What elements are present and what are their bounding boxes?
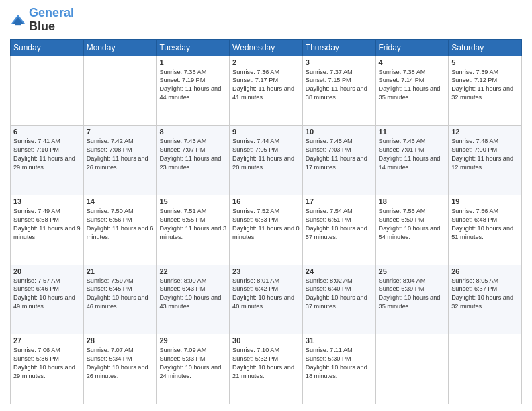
calendar-cell: 19Sunrise: 7:56 AM Sunset: 6:48 PM Dayli… — [449, 195, 522, 265]
day-info: Sunrise: 7:39 AM Sunset: 7:12 PM Dayligh… — [451, 68, 519, 103]
calendar-cell: 10Sunrise: 7:45 AM Sunset: 7:03 PM Dayli… — [302, 126, 375, 195]
calendar-cell — [449, 334, 522, 404]
day-number: 1 — [159, 58, 226, 66]
day-number: 19 — [451, 197, 519, 205]
calendar-cell — [11, 56, 84, 126]
calendar-cell: 14Sunrise: 7:50 AM Sunset: 6:56 PM Dayli… — [83, 195, 157, 265]
calendar-cell: 15Sunrise: 7:51 AM Sunset: 6:55 PM Dayli… — [157, 195, 230, 265]
day-info: Sunrise: 7:44 AM Sunset: 7:05 PM Dayligh… — [232, 137, 300, 172]
day-info: Sunrise: 7:36 AM Sunset: 7:17 PM Dayligh… — [232, 68, 300, 103]
day-number: 8 — [159, 128, 226, 136]
day-number: 6 — [13, 128, 81, 136]
day-number: 30 — [232, 336, 300, 345]
day-info: Sunrise: 8:04 AM Sunset: 6:39 PM Dayligh… — [379, 277, 446, 312]
calendar-week-row: 13Sunrise: 7:49 AM Sunset: 6:58 PM Dayli… — [11, 195, 522, 265]
calendar-cell: 4Sunrise: 7:38 AM Sunset: 7:14 PM Daylig… — [375, 56, 449, 126]
day-info: Sunrise: 7:49 AM Sunset: 6:58 PM Dayligh… — [13, 207, 81, 242]
calendar-cell — [83, 56, 157, 126]
calendar-cell: 13Sunrise: 7:49 AM Sunset: 6:58 PM Dayli… — [11, 195, 84, 265]
day-number: 29 — [159, 336, 226, 345]
weekday-header: Friday — [375, 39, 449, 56]
day-info: Sunrise: 7:48 AM Sunset: 7:00 PM Dayligh… — [451, 137, 519, 172]
day-number: 7 — [87, 128, 154, 136]
day-info: Sunrise: 7:07 AM Sunset: 5:34 PM Dayligh… — [87, 346, 154, 381]
day-number: 13 — [13, 197, 81, 205]
calendar-cell — [375, 334, 449, 404]
weekday-header: Sunday — [11, 39, 84, 56]
logo-icon — [10, 12, 26, 28]
day-info: Sunrise: 7:10 AM Sunset: 5:32 PM Dayligh… — [232, 346, 300, 381]
calendar-header-row: SundayMondayTuesdayWednesdayThursdayFrid… — [11, 39, 522, 56]
day-number: 21 — [87, 267, 154, 275]
day-number: 12 — [451, 128, 519, 136]
calendar-week-row: 27Sunrise: 7:06 AM Sunset: 5:36 PM Dayli… — [11, 334, 522, 404]
calendar-cell: 3Sunrise: 7:37 AM Sunset: 7:15 PM Daylig… — [302, 56, 375, 126]
calendar-cell: 12Sunrise: 7:48 AM Sunset: 7:00 PM Dayli… — [449, 126, 522, 195]
weekday-header: Thursday — [302, 39, 375, 56]
calendar-cell: 24Sunrise: 8:02 AM Sunset: 6:40 PM Dayli… — [302, 265, 375, 334]
calendar-cell: 27Sunrise: 7:06 AM Sunset: 5:36 PM Dayli… — [11, 334, 84, 404]
calendar-cell: 16Sunrise: 7:52 AM Sunset: 6:53 PM Dayli… — [230, 195, 303, 265]
weekday-header: Wednesday — [230, 39, 303, 56]
day-number: 27 — [13, 336, 81, 345]
calendar-cell: 6Sunrise: 7:41 AM Sunset: 7:10 PM Daylig… — [11, 126, 84, 195]
calendar-cell: 25Sunrise: 8:04 AM Sunset: 6:39 PM Dayli… — [375, 265, 449, 334]
day-info: Sunrise: 7:54 AM Sunset: 6:51 PM Dayligh… — [306, 207, 373, 242]
day-number: 22 — [159, 267, 226, 275]
day-number: 11 — [379, 128, 446, 136]
day-info: Sunrise: 7:06 AM Sunset: 5:36 PM Dayligh… — [13, 346, 81, 381]
logo-text: General Blue — [29, 7, 74, 34]
day-info: Sunrise: 7:45 AM Sunset: 7:03 PM Dayligh… — [306, 137, 373, 172]
day-info: Sunrise: 7:09 AM Sunset: 5:33 PM Dayligh… — [159, 346, 226, 381]
calendar-week-row: 1Sunrise: 7:35 AM Sunset: 7:19 PM Daylig… — [11, 56, 522, 126]
calendar-cell: 20Sunrise: 7:57 AM Sunset: 6:46 PM Dayli… — [11, 265, 84, 334]
calendar-week-row: 6Sunrise: 7:41 AM Sunset: 7:10 PM Daylig… — [11, 126, 522, 195]
calendar-cell: 29Sunrise: 7:09 AM Sunset: 5:33 PM Dayli… — [157, 334, 230, 404]
weekday-header: Tuesday — [157, 39, 230, 56]
calendar-cell: 5Sunrise: 7:39 AM Sunset: 7:12 PM Daylig… — [449, 56, 522, 126]
day-info: Sunrise: 7:50 AM Sunset: 6:56 PM Dayligh… — [87, 207, 154, 242]
weekday-header: Saturday — [449, 39, 522, 56]
day-info: Sunrise: 7:57 AM Sunset: 6:46 PM Dayligh… — [13, 277, 81, 312]
calendar-cell: 28Sunrise: 7:07 AM Sunset: 5:34 PM Dayli… — [83, 334, 157, 404]
calendar-cell: 9Sunrise: 7:44 AM Sunset: 7:05 PM Daylig… — [230, 126, 303, 195]
calendar-cell: 7Sunrise: 7:42 AM Sunset: 7:08 PM Daylig… — [83, 126, 157, 195]
day-number: 4 — [379, 58, 446, 66]
calendar-cell: 31Sunrise: 7:11 AM Sunset: 5:30 PM Dayli… — [302, 334, 375, 404]
day-number: 2 — [232, 58, 300, 66]
calendar-cell: 18Sunrise: 7:55 AM Sunset: 6:50 PM Dayli… — [375, 195, 449, 265]
day-number: 20 — [13, 267, 81, 275]
day-info: Sunrise: 8:01 AM Sunset: 6:42 PM Dayligh… — [232, 277, 300, 312]
day-info: Sunrise: 7:52 AM Sunset: 6:53 PM Dayligh… — [232, 207, 300, 242]
day-info: Sunrise: 7:37 AM Sunset: 7:15 PM Dayligh… — [306, 68, 373, 103]
day-number: 14 — [87, 197, 154, 205]
day-info: Sunrise: 7:41 AM Sunset: 7:10 PM Dayligh… — [13, 137, 81, 172]
day-number: 23 — [232, 267, 300, 275]
day-number: 26 — [451, 267, 519, 275]
calendar-cell: 17Sunrise: 7:54 AM Sunset: 6:51 PM Dayli… — [302, 195, 375, 265]
day-number: 18 — [379, 197, 446, 205]
calendar-cell: 1Sunrise: 7:35 AM Sunset: 7:19 PM Daylig… — [157, 56, 230, 126]
day-info: Sunrise: 7:46 AM Sunset: 7:01 PM Dayligh… — [379, 137, 446, 172]
day-number: 25 — [379, 267, 446, 275]
calendar-cell: 11Sunrise: 7:46 AM Sunset: 7:01 PM Dayli… — [375, 126, 449, 195]
calendar-cell: 22Sunrise: 8:00 AM Sunset: 6:43 PM Dayli… — [157, 265, 230, 334]
day-number: 15 — [159, 197, 226, 205]
day-info: Sunrise: 7:42 AM Sunset: 7:08 PM Dayligh… — [87, 137, 154, 172]
day-info: Sunrise: 7:51 AM Sunset: 6:55 PM Dayligh… — [159, 207, 226, 242]
day-info: Sunrise: 8:00 AM Sunset: 6:43 PM Dayligh… — [159, 277, 226, 312]
day-number: 3 — [306, 58, 373, 66]
page: General Blue SundayMondayTuesdayWednesda… — [0, 0, 532, 411]
day-info: Sunrise: 7:43 AM Sunset: 7:07 PM Dayligh… — [159, 137, 226, 172]
day-info: Sunrise: 7:56 AM Sunset: 6:48 PM Dayligh… — [451, 207, 519, 242]
day-info: Sunrise: 7:38 AM Sunset: 7:14 PM Dayligh… — [379, 68, 446, 103]
day-number: 31 — [306, 336, 373, 345]
day-info: Sunrise: 8:02 AM Sunset: 6:40 PM Dayligh… — [306, 277, 373, 312]
header: General Blue — [10, 7, 522, 34]
day-number: 5 — [451, 58, 519, 66]
calendar-cell: 21Sunrise: 7:59 AM Sunset: 6:45 PM Dayli… — [83, 265, 157, 334]
day-info: Sunrise: 7:55 AM Sunset: 6:50 PM Dayligh… — [379, 207, 446, 242]
weekday-header: Monday — [83, 39, 157, 56]
calendar-week-row: 20Sunrise: 7:57 AM Sunset: 6:46 PM Dayli… — [11, 265, 522, 334]
day-number: 10 — [306, 128, 373, 136]
